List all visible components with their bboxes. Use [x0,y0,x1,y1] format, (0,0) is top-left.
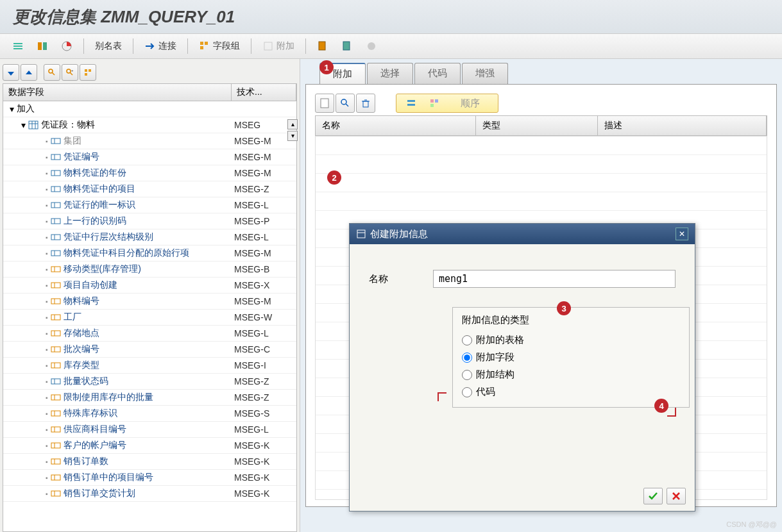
tree-item[interactable]: ▪批量状态码MSEG-Z [3,374,296,390]
svg-rect-78 [430,104,434,107]
tool-icon-1[interactable] [6,38,30,54]
tree-item[interactable]: ▪销售订单数MSEG-K [3,454,296,470]
tree-item[interactable]: ▪工厂MSEG-W [3,310,296,326]
tree-mseg[interactable]: ▾凭证段：物料 MSEG [3,117,296,133]
svg-rect-5 [200,46,203,49]
seq-icon-2[interactable] [425,94,444,113]
grid-col-name[interactable]: 名称 [316,116,476,135]
tree-item[interactable]: ▪限制使用库存中的批量MSEG-Z [3,390,296,406]
tree-item[interactable]: ▪供应商科目编号MSEG-L [3,422,296,438]
field-icon [51,457,61,466]
tool-icon-6[interactable] [360,38,383,54]
tree-btn-4[interactable]: + [62,64,78,81]
separator [133,38,133,54]
tree-body[interactable]: ▾加入 ▾凭证段：物料 MSEG ▪集团MSEG-M▪凭证编号MSEG-M▪物料… [3,101,297,532]
tree-item[interactable]: ▪项目自动创建MSEG-X [3,278,296,294]
connect-button[interactable]: 连接 [139,38,182,54]
detail-button[interactable] [336,94,355,113]
field-icon [51,169,61,178]
name-input[interactable] [433,270,676,288]
expand-icon[interactable]: ▾ [10,104,14,114]
tab-3[interactable]: 增强 [462,63,508,84]
svg-rect-26 [51,170,60,176]
tree-item[interactable]: ▪凭证行的唯一标识MSEG-L [3,197,296,213]
svg-line-11 [52,72,55,75]
field-icon [51,377,61,386]
expand-icon[interactable]: ▾ [21,120,26,130]
delete-button[interactable] [356,94,375,113]
tree-btn-1[interactable] [3,64,19,81]
cancel-button[interactable] [667,488,686,504]
field-icon [51,313,61,322]
tool-icon-3[interactable] [55,38,78,54]
svg-rect-52 [51,379,60,384]
tree-header-tech[interactable]: 技术... [232,84,296,101]
tree-item[interactable]: ▪凭证编号MSEG-M [3,149,296,165]
tree-btn-3[interactable] [44,64,60,81]
svg-rect-76 [430,99,434,103]
tool-icon-2[interactable] [31,38,54,54]
svg-line-70 [346,104,348,106]
radio-2[interactable]: 附加结构 [462,366,680,383]
scroll-up-icon[interactable]: ▴ [287,119,298,129]
tree-item[interactable]: ▪移动类型(库存管理)MSEG-B [3,262,296,278]
svg-rect-7 [319,42,325,50]
tab-2[interactable]: 代码 [414,63,461,84]
field-icon [51,425,61,434]
tree-item[interactable]: ▪上一行的识别码MSEG-P [3,213,296,229]
svg-rect-40 [51,283,60,288]
svg-rect-77 [435,99,438,103]
tree-header: 数据字段 技术... [3,83,297,101]
sequence-label[interactable]: 顺序 [448,97,493,110]
tree-item[interactable]: ▪存储地点MSEG-L [3,326,296,342]
tree-item[interactable]: ▪物料凭证的年份MSEG-M [3,165,296,181]
alias-table-button[interactable]: 别名表 [89,38,128,54]
tree-item[interactable]: ▪库存类型MSEG-I [3,358,296,374]
tree-root[interactable]: ▾加入 [3,101,296,117]
watermark: CSDN @邓@@ [726,520,777,529]
tree-item[interactable]: ▪集团MSEG-M [3,133,296,149]
tree-item[interactable]: ▪物料编号MSEG-M [3,294,296,310]
tree-btn-5[interactable] [80,64,96,81]
tree-btn-2[interactable] [21,64,37,81]
tree-item[interactable]: ▪物料凭证中科目分配的原始行项MSEG-M [3,245,296,262]
svg-line-13 [70,72,72,75]
radio-3[interactable]: 代码 [462,383,680,401]
tree-toolbar: + [3,63,297,82]
new-button[interactable] [315,94,334,113]
close-icon[interactable]: ✕ [676,228,688,240]
svg-point-69 [341,99,346,104]
radio-0[interactable]: 附加的表格 [462,331,680,349]
tree-item[interactable]: ▪客户的帐户编号MSEG-K [3,438,296,454]
grid-col-type[interactable]: 类型 [476,116,598,135]
field-icon [51,345,61,354]
tree-item[interactable]: ▪销售订单中的项目编号MSEG-K [3,470,296,486]
tool-icon-5[interactable] [336,38,359,54]
seq-icon-1[interactable] [402,94,421,113]
svg-rect-24 [51,154,60,160]
attach-button: 附加 [257,38,300,54]
dialog-titlebar[interactable]: 创建附加信息 ✕ [350,224,695,244]
main-toolbar: 别名表 连接 字段组 附加 [0,33,782,59]
svg-rect-4 [205,42,208,45]
grid-col-desc[interactable]: 描述 [598,116,767,135]
scroll-down-icon[interactable]: ▾ [287,131,298,141]
svg-rect-75 [407,104,415,106]
field-icon [51,281,61,290]
tree-item[interactable]: ▪凭证中行层次结构级别MSEG-L [3,229,296,245]
tree-item[interactable]: ▪物料凭证中的项目MSEG-Z [3,181,296,197]
field-icon [51,137,61,145]
ok-button[interactable] [643,488,663,504]
svg-rect-62 [51,459,60,464]
tree-item[interactable]: ▪销售订单交货计划MSEG-K [3,486,296,502]
field-group-button[interactable]: 字段组 [193,38,246,54]
tab-1[interactable]: 选择 [367,63,413,84]
bracket-br [667,408,676,417]
tree-header-label[interactable]: 数据字段 [3,84,232,101]
svg-rect-50 [51,363,60,368]
tree-item[interactable]: ▪特殊库存标识MSEG-S [3,406,296,422]
tool-icon-4[interactable] [311,38,334,54]
tree-item[interactable]: ▪批次编号MSEG-C [3,342,296,358]
separator [187,38,188,54]
radio-1[interactable]: 附加字段 [462,349,680,366]
